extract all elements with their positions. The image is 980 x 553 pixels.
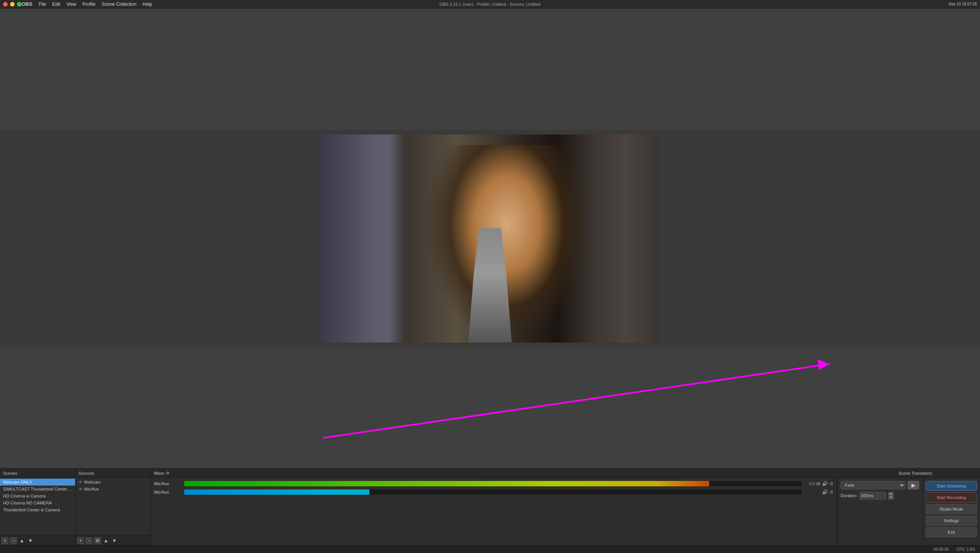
sources-label: Sources [79,471,94,476]
mixer-bar-2 [184,489,369,495]
menu-help[interactable]: Help [143,2,152,7]
mixer-settings-icon[interactable]: ⚙ [166,471,169,475]
mixer-settings-icon-2[interactable]: ⚙ [829,489,834,495]
svg-marker-1 [817,359,829,370]
preview-wrapper [0,8,980,468]
scene-up-button[interactable]: ▲ [18,537,25,544]
mixer-controls-2: 🔊 ⚙ [822,489,834,495]
source-name-webcam: Webcam [84,480,101,484]
source-up-button[interactable]: ▲ [102,537,109,544]
scene-item-webcam-only[interactable]: Webcam ONLY [0,479,75,486]
transition-type-select[interactable]: Fade Cut Swipe [841,481,905,489]
menu-profile[interactable]: Profile [82,2,96,7]
start-streaming-button[interactable]: Start Streaming [926,481,977,491]
menu-file[interactable]: File [39,2,46,7]
titlebar-right: Sep 19 16:57:26 [949,2,977,6]
scene-down-button[interactable]: ▼ [27,537,34,544]
duration-spinner: ▲ ▼ [888,492,894,499]
preview-area [0,130,980,347]
duration-input[interactable] [859,492,886,499]
mixer-header: Mixer ⚙ [151,469,895,477]
mixer-track-name-1: Mic/Aux [154,481,181,486]
cpu-usage: CPU: 1.6% [957,547,975,551]
source-visibility-mic: 👁 [79,487,82,491]
scene-item-thunderbolt[interactable]: Thunderbolt Center w Camera [0,506,75,513]
status-bar: 00:00:00 CPU: 1.6% [0,545,980,553]
mixer-db-1: 0.0 dB [805,482,821,486]
titlebar: OBS File Edit View Profile Scene Collect… [0,0,980,8]
source-item-mic-aux[interactable]: 👁 Mic/Aux [76,486,151,492]
main-window: Scenes Sources Mixer ⚙ Scene Transitions… [0,8,980,553]
mixer-settings-icon-1[interactable]: ⚙ [829,481,834,486]
control-bar: Scenes Sources Mixer ⚙ Scene Transitions… [0,468,980,545]
source-remove-button[interactable]: − [86,537,92,544]
mixer-panel: Mic/Aux 0.0 dB 🔊 ⚙ Mic/Aux [151,478,837,545]
traffic-lights [3,2,22,7]
menu-edit[interactable]: Edit [52,2,60,7]
duration-label: Duration [841,493,857,498]
transition-arrow-button[interactable]: ▶ [908,481,919,489]
svg-line-0 [324,364,829,438]
stream-time: 00:00:00 [934,547,949,551]
window-title: OBS 0.15.1 (mac) - Profile: Untitled - S… [440,2,540,7]
duration-row: Duration ▲ ▼ [841,492,919,499]
sources-list: 👁 Webcam 👁 Mic/Aux [76,478,151,535]
source-name-mic: Mic/Aux [84,487,99,491]
app-logo: OBS [22,1,32,7]
scene-remove-button[interactable]: − [10,537,17,544]
mixer-bar-1 [184,481,709,486]
scene-add-button[interactable]: + [2,537,8,544]
transition-row: Fade Cut Swipe ▶ [841,481,919,489]
transitions-header: Scene Transitions [895,469,980,477]
studio-mode-button[interactable]: Studio Mode [926,504,977,514]
settings-button[interactable]: Settings [926,516,977,526]
minimize-button[interactable] [10,2,15,7]
mixer-mute-icon-2[interactable]: 🔊 [822,489,828,495]
menu-bar: File Edit View Profile Scene Collection … [39,2,152,7]
menu-scene-collection[interactable]: Scene Collection [102,2,136,7]
duration-spin-up[interactable]: ▲ [888,492,894,496]
close-button[interactable] [3,2,8,7]
mixer-bar-container-2 [184,489,802,495]
mixer-label: Mixer [154,471,164,476]
scenes-panel: Webcam ONLY SIMULTCAST Thunderbolt Cente… [0,478,76,545]
panel-headers: Scenes Sources Mixer ⚙ Scene Transitions [0,469,980,478]
preview-video [321,134,659,343]
transitions-panel: Fade Cut Swipe ▶ Duration ▲ ▼ [837,478,922,545]
sources-panel: 👁 Webcam 👁 Mic/Aux + − ⚙ ▲ ▼ [76,478,151,545]
duration-spin-down[interactable]: ▼ [888,496,894,499]
system-time: Sep 19 16:57:26 [949,2,977,6]
mixer-track-2: Mic/Aux 🔊 ⚙ [154,489,834,495]
scenes-toolbar: + − ▲ ▼ [0,535,75,545]
mixer-content: Mic/Aux 0.0 dB 🔊 ⚙ Mic/Aux [151,478,837,545]
source-add-button[interactable]: + [77,537,84,544]
exit-button[interactable]: Exit [926,527,977,537]
sources-header: Sources [76,469,151,477]
scene-item-hd-cinema-camera[interactable]: HD Cinema w Camera [0,492,75,499]
sources-toolbar: + − ⚙ ▲ ▼ [76,535,151,545]
scenes-label: Scenes [3,471,17,476]
scene-item-simultcast[interactable]: SIMULTCAST Thunderbolt Center NO CA [0,486,75,492]
source-visibility-webcam: 👁 [79,480,82,484]
source-item-webcam[interactable]: 👁 Webcam [76,479,151,486]
mixer-track-name-2: Mic/Aux [154,490,181,494]
source-settings-button[interactable]: ⚙ [94,537,101,544]
mixer-bar-container-1 [184,481,802,486]
control-bar-content: Webcam ONLY SIMULTCAST Thunderbolt Cente… [0,478,980,545]
right-area: Fade Cut Swipe ▶ Duration ▲ ▼ [837,478,980,545]
start-recording-button[interactable]: Start Recording [926,492,977,503]
mixer-mute-icon-1[interactable]: 🔊 [822,481,828,486]
action-buttons-panel: Start Streaming Start Recording Studio M… [922,478,980,545]
mixer-controls-1: 🔊 ⚙ [822,481,834,486]
mixer-track-1: Mic/Aux 0.0 dB 🔊 ⚙ [154,481,834,486]
source-down-button[interactable]: ▼ [111,537,118,544]
maximize-button[interactable] [17,2,22,7]
scenes-header: Scenes [0,469,76,477]
menu-view[interactable]: View [66,2,76,7]
scenes-list: Webcam ONLY SIMULTCAST Thunderbolt Cente… [0,478,75,535]
transitions-label: Scene Transitions [898,471,932,476]
scene-item-hd-cinema-no-camera[interactable]: HD Cinema NO CAMERA [0,499,75,506]
